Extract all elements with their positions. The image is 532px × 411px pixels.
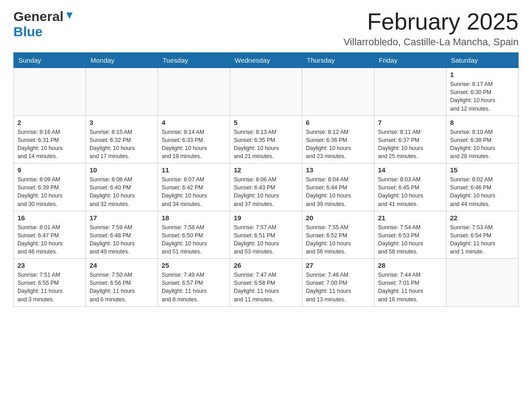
day-info: Sunrise: 8:02 AM Sunset: 6:46 PM Dayligh… [450, 176, 515, 208]
day-number: 5 [234, 119, 298, 126]
calendar-cell [302, 68, 374, 116]
day-info: Sunrise: 8:08 AM Sunset: 6:40 PM Dayligh… [90, 176, 154, 208]
day-number: 9 [17, 166, 82, 174]
calendar-cell: 14Sunrise: 8:03 AM Sunset: 6:45 PM Dayli… [374, 163, 446, 211]
weekday-header-thursday: Thursday [302, 53, 374, 68]
calendar-cell: 4Sunrise: 8:14 AM Sunset: 6:33 PM Daylig… [158, 116, 230, 163]
weekday-header-monday: Monday [86, 53, 158, 68]
day-number: 16 [17, 214, 82, 222]
calendar-week-row: 23Sunrise: 7:51 AM Sunset: 6:55 PM Dayli… [14, 259, 519, 307]
day-info: Sunrise: 7:53 AM Sunset: 6:54 PM Dayligh… [450, 223, 515, 256]
day-number: 14 [378, 166, 442, 174]
day-number: 7 [378, 119, 442, 126]
calendar-cell: 10Sunrise: 8:08 AM Sunset: 6:40 PM Dayli… [86, 163, 158, 211]
day-number: 12 [234, 166, 298, 174]
day-info: Sunrise: 7:47 AM Sunset: 6:58 PM Dayligh… [234, 271, 298, 304]
day-number: 27 [306, 261, 370, 269]
day-number: 15 [450, 166, 515, 174]
day-info: Sunrise: 8:15 AM Sunset: 6:32 PM Dayligh… [90, 128, 154, 161]
calendar-week-row: 2Sunrise: 8:16 AM Sunset: 6:31 PM Daylig… [14, 116, 519, 163]
day-info: Sunrise: 8:10 AM Sunset: 6:38 PM Dayligh… [450, 128, 515, 161]
title-section: February 2025 Villarrobledo, Castille-La… [343, 9, 519, 48]
day-info: Sunrise: 7:59 AM Sunset: 6:48 PM Dayligh… [90, 223, 154, 256]
calendar-cell: 9Sunrise: 8:09 AM Sunset: 6:39 PM Daylig… [14, 163, 86, 211]
logo-blue-text: Blue [13, 24, 43, 39]
calendar-cell: 23Sunrise: 7:51 AM Sunset: 6:55 PM Dayli… [14, 259, 86, 307]
day-number: 10 [90, 166, 154, 174]
day-info: Sunrise: 8:17 AM Sunset: 6:30 PM Dayligh… [450, 80, 515, 113]
calendar-cell [14, 68, 86, 116]
day-info: Sunrise: 8:14 AM Sunset: 6:33 PM Dayligh… [162, 128, 226, 161]
day-info: Sunrise: 8:07 AM Sunset: 6:42 PM Dayligh… [162, 176, 226, 208]
calendar-week-row: 1Sunrise: 8:17 AM Sunset: 6:30 PM Daylig… [14, 68, 519, 116]
calendar-cell: 13Sunrise: 8:04 AM Sunset: 6:44 PM Dayli… [302, 163, 374, 211]
calendar-cell: 26Sunrise: 7:47 AM Sunset: 6:58 PM Dayli… [230, 259, 302, 307]
weekday-header-saturday: Saturday [446, 53, 519, 68]
calendar-cell: 11Sunrise: 8:07 AM Sunset: 6:42 PM Dayli… [158, 163, 230, 211]
day-info: Sunrise: 8:11 AM Sunset: 6:37 PM Dayligh… [378, 128, 442, 161]
weekday-header-wednesday: Wednesday [230, 53, 302, 68]
calendar-cell: 6Sunrise: 8:12 AM Sunset: 6:36 PM Daylig… [302, 116, 374, 163]
calendar-cell: 25Sunrise: 7:49 AM Sunset: 6:57 PM Dayli… [158, 259, 230, 307]
logo-general-text: General [13, 9, 64, 24]
day-info: Sunrise: 7:58 AM Sunset: 6:50 PM Dayligh… [162, 223, 226, 256]
calendar-cell: 2Sunrise: 8:16 AM Sunset: 6:31 PM Daylig… [14, 116, 86, 163]
day-info: Sunrise: 7:44 AM Sunset: 7:01 PM Dayligh… [378, 271, 442, 304]
day-number: 28 [378, 261, 442, 269]
calendar-cell [446, 259, 519, 307]
day-number: 8 [450, 119, 515, 126]
calendar-week-row: 9Sunrise: 8:09 AM Sunset: 6:39 PM Daylig… [14, 163, 519, 211]
day-info: Sunrise: 7:50 AM Sunset: 6:56 PM Dayligh… [90, 271, 154, 304]
logo-arrow-icon [64, 11, 74, 22]
weekday-header-tuesday: Tuesday [158, 53, 230, 68]
calendar-cell: 1Sunrise: 8:17 AM Sunset: 6:30 PM Daylig… [446, 68, 519, 116]
day-number: 13 [306, 166, 370, 174]
day-number: 4 [162, 119, 226, 126]
calendar-cell: 24Sunrise: 7:50 AM Sunset: 6:56 PM Dayli… [86, 259, 158, 307]
calendar-cell [158, 68, 230, 116]
day-number: 11 [162, 166, 226, 174]
calendar-cell: 5Sunrise: 8:13 AM Sunset: 6:35 PM Daylig… [230, 116, 302, 163]
day-number: 17 [90, 214, 154, 222]
calendar-cell: 28Sunrise: 7:44 AM Sunset: 7:01 PM Dayli… [374, 259, 446, 307]
svg-marker-0 [66, 13, 73, 19]
day-info: Sunrise: 7:49 AM Sunset: 6:57 PM Dayligh… [162, 271, 226, 304]
day-info: Sunrise: 7:46 AM Sunset: 7:00 PM Dayligh… [306, 271, 370, 304]
day-info: Sunrise: 8:04 AM Sunset: 6:44 PM Dayligh… [306, 176, 370, 208]
calendar-cell: 20Sunrise: 7:55 AM Sunset: 6:52 PM Dayli… [302, 211, 374, 259]
page-header: General Blue February 2025 Villarrobledo… [13, 9, 519, 48]
day-info: Sunrise: 8:01 AM Sunset: 6:47 PM Dayligh… [17, 223, 82, 256]
day-info: Sunrise: 7:55 AM Sunset: 6:52 PM Dayligh… [306, 223, 370, 256]
day-info: Sunrise: 8:16 AM Sunset: 6:31 PM Dayligh… [17, 128, 82, 161]
day-number: 18 [162, 214, 226, 222]
weekday-header-friday: Friday [374, 53, 446, 68]
calendar-cell: 3Sunrise: 8:15 AM Sunset: 6:32 PM Daylig… [86, 116, 158, 163]
day-number: 19 [234, 214, 298, 222]
day-info: Sunrise: 8:09 AM Sunset: 6:39 PM Dayligh… [17, 176, 82, 208]
day-number: 25 [162, 261, 226, 269]
calendar-cell: 21Sunrise: 7:54 AM Sunset: 6:53 PM Dayli… [374, 211, 446, 259]
calendar-cell: 18Sunrise: 7:58 AM Sunset: 6:50 PM Dayli… [158, 211, 230, 259]
calendar-cell [374, 68, 446, 116]
weekday-header-sunday: Sunday [14, 53, 86, 68]
calendar-cell [230, 68, 302, 116]
calendar-cell: 12Sunrise: 8:06 AM Sunset: 6:43 PM Dayli… [230, 163, 302, 211]
calendar-week-row: 16Sunrise: 8:01 AM Sunset: 6:47 PM Dayli… [14, 211, 519, 259]
calendar-title: February 2025 [343, 9, 519, 34]
day-number: 2 [17, 119, 82, 126]
day-number: 26 [234, 261, 298, 269]
day-number: 21 [378, 214, 442, 222]
day-number: 3 [90, 119, 154, 126]
calendar-header-row: SundayMondayTuesdayWednesdayThursdayFrid… [14, 53, 519, 68]
day-info: Sunrise: 8:12 AM Sunset: 6:36 PM Dayligh… [306, 128, 370, 161]
day-number: 23 [17, 261, 82, 269]
day-number: 22 [450, 214, 515, 222]
logo: General Blue [13, 9, 74, 39]
day-number: 1 [450, 71, 515, 78]
day-info: Sunrise: 7:51 AM Sunset: 6:55 PM Dayligh… [17, 271, 82, 304]
day-number: 6 [306, 119, 370, 126]
calendar-cell: 15Sunrise: 8:02 AM Sunset: 6:46 PM Dayli… [446, 163, 519, 211]
calendar-table: SundayMondayTuesdayWednesdayThursdayFrid… [13, 52, 519, 307]
calendar-cell: 22Sunrise: 7:53 AM Sunset: 6:54 PM Dayli… [446, 211, 519, 259]
calendar-cell [86, 68, 158, 116]
